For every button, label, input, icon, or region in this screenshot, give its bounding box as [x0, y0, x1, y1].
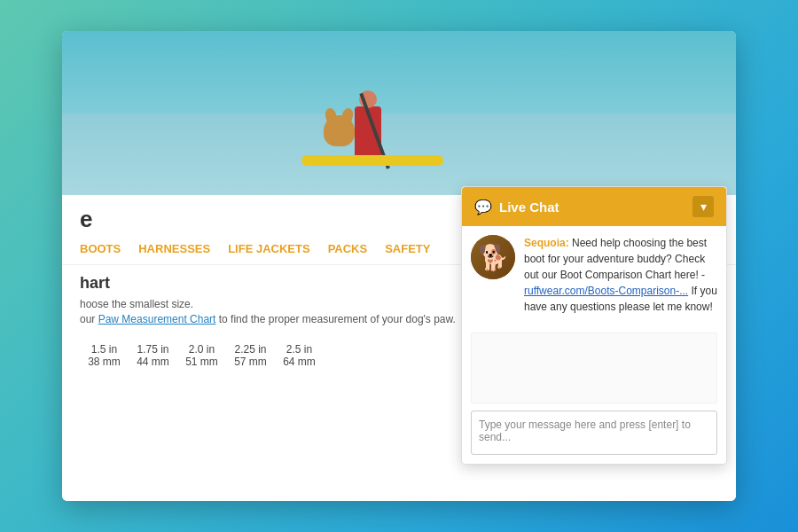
tip2-suffix: to find the proper measurement of your d…	[215, 313, 455, 325]
size-in-0: 1.5 in	[80, 343, 129, 356]
paw-measurement-link[interactable]: Paw Measurement Chart	[98, 313, 216, 325]
size-mm-0: 38 mm	[80, 356, 129, 368]
chat-input-area[interactable]: Type your message here and press [enter]…	[471, 411, 717, 455]
size-col-4: 2.5 in 64 mm	[275, 343, 324, 368]
paddle-board	[301, 155, 443, 166]
size-col-2: 2.0 in 51 mm	[177, 343, 226, 368]
chat-body: Sequoia: Need help choosing the best boo…	[462, 226, 726, 332]
tab-harnesses[interactable]: HARNESSES	[138, 240, 210, 257]
chat-header: 💬 Live Chat ▾	[462, 187, 726, 226]
size-col-0: 1.5 in 38 mm	[80, 343, 129, 368]
tip2-prefix: our	[80, 313, 98, 325]
size-col-1: 1.75 in 44 mm	[129, 343, 177, 368]
chat-input-placeholder: Type your message here and press [enter]…	[479, 419, 691, 443]
browser-window: e BOOTS HARNESSES LIFE JACKETS PACKS SAF…	[62, 31, 736, 501]
tab-packs[interactable]: PACKS	[328, 240, 368, 257]
size-col-3: 2.25 in 57 mm	[226, 343, 275, 368]
size-in-1: 1.75 in	[129, 343, 177, 356]
size-mm-2: 51 mm	[177, 356, 226, 368]
tab-boots[interactable]: BOOTS	[80, 240, 121, 257]
chat-empty-space	[471, 332, 717, 403]
size-mm-3: 57 mm	[226, 356, 275, 368]
size-mm-4: 64 mm	[275, 356, 324, 368]
tab-life-jackets[interactable]: LIFE JACKETS	[228, 240, 309, 257]
size-mm-1: 44 mm	[129, 356, 177, 368]
size-in-4: 2.5 in	[275, 343, 324, 356]
hero-image	[62, 31, 736, 195]
agent-avatar-image	[471, 235, 515, 279]
chat-header-label: Live Chat	[499, 200, 559, 215]
person-figure	[355, 106, 381, 155]
chat-header-left: 💬 Live Chat	[474, 199, 559, 215]
content-area: e BOOTS HARNESSES LIFE JACKETS PACKS SAF…	[62, 195, 736, 501]
size-in-2: 2.0 in	[177, 343, 226, 356]
size-in-3: 2.25 in	[226, 343, 275, 356]
chat-message-area: Sequoia: Need help choosing the best boo…	[524, 235, 717, 324]
chat-link[interactable]: ruffwear.com/Boots-Comparison-...	[524, 285, 688, 297]
agent-avatar	[471, 235, 515, 279]
chat-bubble-icon: 💬	[474, 199, 492, 215]
dog-figure	[324, 115, 355, 146]
chat-panel: 💬 Live Chat ▾ Sequoia: Need help choosin…	[461, 186, 727, 465]
paddle-scene	[301, 106, 479, 177]
chat-minimize-button[interactable]: ▾	[692, 196, 714, 217]
agent-name: Sequoia:	[524, 237, 569, 249]
tab-safety[interactable]: SAFETY	[385, 240, 430, 257]
